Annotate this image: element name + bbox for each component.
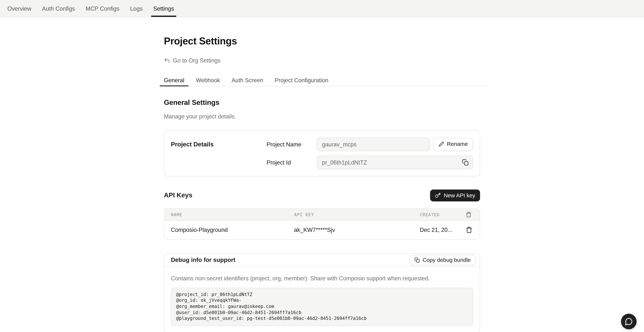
app-window: Overview Auth Configs MCP Configs Logs S…	[0, 0, 644, 332]
general-settings-heading: General Settings	[164, 98, 480, 107]
api-keys-table-header: NAME API KEY CREATED	[164, 209, 480, 220]
top-navigation: Overview Auth Configs MCP Configs Logs S…	[0, 0, 644, 17]
debug-info-body: Contains non-secret identifiers (project…	[164, 267, 480, 332]
col-header-name: NAME	[171, 212, 294, 217]
api-keys-table: NAME API KEY CREATED Composio-Playground…	[164, 208, 480, 240]
project-id-row: Project Id pr_06th1pLdNtTZ	[266, 155, 473, 169]
debug-info-header: Debug info for support Copy debug bundle	[164, 253, 480, 267]
content-column: Project Settings Go to Org Settings Gene…	[164, 17, 480, 332]
tab-project-configuration[interactable]: Project Configuration	[270, 77, 332, 86]
debug-line-project-id: @project_id: pr_06th1pLdNtTZ	[176, 292, 468, 298]
nav-item-mcp-configs[interactable]: MCP Configs	[84, 0, 122, 17]
col-header-api-key: API KEY	[294, 212, 420, 217]
debug-line-user-id: @user_id: d5e001b0-09ac-46d2-8451-2694ff…	[176, 310, 468, 316]
corner-up-left-icon	[164, 58, 170, 64]
project-name-input[interactable]: gaurav_mcps	[316, 137, 430, 151]
general-settings-subheading: Manage your project details.	[164, 113, 480, 120]
settings-tabs: General Webhook Auth Screen Project Conf…	[160, 77, 489, 86]
delete-api-key-button[interactable]	[466, 227, 472, 233]
rename-button-label: Rename	[447, 141, 468, 147]
api-key-table-row: Composio-Playground ak_KW7*****Sjv Dec 2…	[164, 220, 480, 239]
copy-icon	[414, 257, 420, 263]
col-header-created: CREATED	[420, 212, 466, 217]
page-title: Project Settings	[164, 36, 480, 47]
project-name-label: Project Name	[266, 141, 316, 147]
tab-webhook[interactable]: Webhook	[192, 77, 224, 86]
nav-item-overview[interactable]: Overview	[6, 0, 34, 17]
debug-info-heading: Debug info for support	[171, 257, 235, 263]
debug-info-description: Contains non-secret identifiers (project…	[171, 274, 473, 282]
project-details-card: Project Details Project Name gaurav_mcps…	[164, 130, 480, 176]
go-to-org-settings-link[interactable]: Go to Org Settings	[164, 57, 220, 64]
tab-auth-screen[interactable]: Auth Screen	[227, 77, 267, 86]
message-bubble-icon	[624, 317, 633, 326]
project-details-heading: Project Details	[171, 137, 267, 169]
api-keys-header: API Keys New API key	[164, 189, 480, 201]
api-key-created-cell: Dec 21, 20...	[420, 227, 466, 233]
debug-info-card: Debug info for support Copy debug bundle…	[164, 253, 480, 332]
debug-line-org-id: @org_id: ok_jVveqqkYFWa-	[176, 298, 468, 304]
project-name-row: Project Name gaurav_mcps Rename	[266, 137, 473, 151]
rename-button[interactable]: Rename	[433, 138, 473, 151]
copy-icon[interactable]	[462, 159, 469, 165]
pencil-icon	[439, 142, 444, 147]
new-api-key-button[interactable]: New API key	[430, 189, 480, 201]
key-icon	[435, 192, 441, 198]
project-id-input[interactable]: pr_06th1pLdNtTZ	[316, 155, 473, 169]
project-id-label: Project Id	[266, 159, 316, 165]
api-keys-heading: API Keys	[164, 192, 192, 199]
debug-line-playground-test-user-id: @playground_test_user_id: pg-test-d5e001…	[176, 316, 468, 322]
api-key-value-cell: ak_KW7*****Sjv	[294, 227, 420, 233]
trash-icon	[466, 212, 472, 217]
chat-widget-button[interactable]	[621, 314, 637, 329]
tab-general[interactable]: General	[160, 77, 188, 86]
project-details-fields: Project Name gaurav_mcps Rename Project …	[266, 137, 473, 169]
debug-bundle-code-block: @project_id: pr_06th1pLdNtTZ @org_id: ok…	[171, 288, 473, 326]
debug-line-org-member-email: @org_member_email: gaurav@inkeep.com	[176, 304, 468, 310]
project-id-value: pr_06th1pLdNtTZ	[322, 159, 367, 165]
copy-debug-bundle-button[interactable]: Copy debug bundle	[410, 255, 476, 265]
nav-item-auth-configs[interactable]: Auth Configs	[40, 0, 77, 17]
nav-item-logs[interactable]: Logs	[128, 0, 144, 17]
nav-item-settings[interactable]: Settings	[151, 0, 176, 17]
api-key-name-cell: Composio-Playground	[171, 227, 294, 233]
new-api-key-label: New API key	[444, 192, 475, 198]
go-to-org-settings-label: Go to Org Settings	[173, 57, 221, 64]
copy-debug-bundle-label: Copy debug bundle	[422, 257, 471, 263]
